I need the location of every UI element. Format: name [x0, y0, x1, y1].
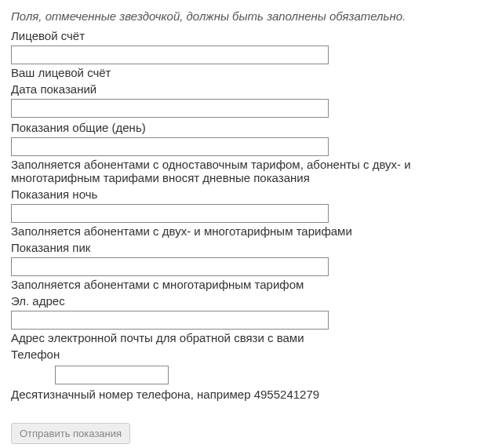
email-input[interactable]	[11, 311, 329, 330]
date-label: Дата показаний	[11, 82, 473, 96]
day-help: Заполняется абонентами с одноставочным т…	[11, 158, 473, 184]
phone-label: Телефон	[11, 348, 473, 361]
day-input[interactable]	[11, 137, 329, 156]
day-label: Показания общие (день)	[11, 121, 473, 134]
account-help: Ваш лицевой счёт	[11, 66, 473, 79]
night-label: Показания ночь	[11, 188, 473, 201]
account-input[interactable]	[11, 46, 329, 64]
phone-help: Десятизначный номер телефона, например 4…	[11, 388, 473, 401]
submit-button[interactable]: Отправить показания	[11, 423, 130, 444]
email-help: Адрес электронной почты для обратной свя…	[11, 331, 473, 344]
peak-input[interactable]	[11, 257, 329, 276]
peak-help: Заполняется абонентами с многотарифным т…	[11, 278, 473, 291]
form-instruction: Поля, отмеченные звездочкой, должны быть…	[11, 9, 473, 23]
night-input[interactable]	[11, 204, 329, 223]
night-help: Заполняется абонентами с двух- и многота…	[11, 224, 473, 238]
date-input[interactable]	[11, 99, 329, 118]
account-label: Лицевой счёт	[11, 29, 473, 42]
peak-label: Показания пик	[11, 241, 473, 254]
email-label: Эл. адрес	[11, 294, 473, 308]
phone-input[interactable]	[55, 366, 169, 384]
